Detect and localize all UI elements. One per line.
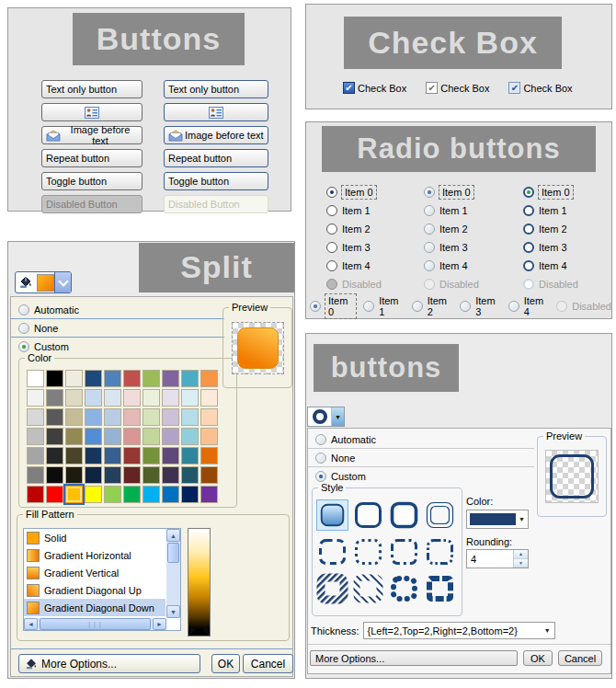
vertical-scrollbar[interactable]: ▲ ▼ [166,529,180,618]
style-swatch-dash-dot[interactable] [388,536,420,568]
style-swatch-double[interactable] [424,499,456,531]
more-options-button[interactable]: More Options... [310,650,518,666]
palette-swatch[interactable] [46,466,63,484]
scroll-left-icon[interactable]: ◄ [24,618,38,630]
palette-swatch[interactable] [181,486,199,503]
palette-swatch[interactable] [123,466,141,484]
palette-swatch[interactable] [200,466,218,484]
radio-item[interactable]: Item 1 [424,201,479,220]
demo-button[interactable] [41,103,143,121]
palette-swatch[interactable] [200,447,218,464]
palette-swatch[interactable] [27,370,44,387]
radio-circle[interactable] [310,301,321,312]
cancel-button[interactable]: Cancel [243,654,293,673]
fill-pattern-item[interactable]: Gradient Horizontal [24,546,165,564]
palette-swatch[interactable] [85,447,102,464]
palette-swatch[interactable] [27,447,44,464]
palette-swatch[interactable] [200,389,218,407]
radio-circle[interactable] [326,224,337,235]
radio-circle[interactable] [326,242,337,253]
cancel-button[interactable]: Cancel [558,650,602,666]
palette-swatch[interactable] [85,408,102,426]
palette-swatch[interactable] [27,466,44,484]
radio-circle[interactable] [523,279,534,290]
radio-circle[interactable] [326,279,337,290]
demo-button[interactable]: Image before text [41,126,143,144]
radio-circle[interactable] [315,471,326,482]
checkbox-box[interactable] [426,82,438,94]
demo-button[interactable]: Image before text [164,126,268,144]
palette-swatch[interactable] [181,428,199,445]
color-dropdown[interactable]: ▼ [466,510,529,529]
palette-swatch[interactable] [46,370,63,387]
style-swatch-hatch-thin[interactable] [352,573,384,604]
palette-swatch[interactable] [65,370,83,387]
style-swatch-solid-bold[interactable] [388,499,420,531]
horizontal-scrollbar[interactable]: ◄ | | | ► [24,618,166,630]
checkbox-item[interactable]: Check Box [343,82,406,94]
palette-swatch[interactable] [123,389,141,407]
palette-swatch[interactable] [123,486,141,503]
radio-circle[interactable] [363,301,374,312]
radio-item[interactable]: Item 2 [412,297,453,315]
radio-item[interactable]: Item 2 [326,220,382,238]
current-color-swatch[interactable] [37,272,55,292]
palette-swatch[interactable] [65,408,83,426]
scroll-down-icon[interactable]: ▼ [166,605,180,618]
radio-item[interactable]: Item 0 [310,297,356,315]
palette-swatch[interactable] [85,466,102,484]
vscroll-thumb[interactable] [167,543,179,563]
radio-item[interactable]: Item 4 [508,297,550,315]
fill-pattern-list[interactable]: Solid Gradient Horizontal Gradient Verti… [23,528,181,631]
radio-item[interactable]: Item 4 [326,257,382,275]
palette-swatch[interactable] [200,486,218,503]
palette-swatch[interactable] [104,389,121,407]
palette-swatch[interactable] [143,428,160,445]
palette-swatch[interactable] [181,408,199,426]
radio-circle[interactable] [556,301,567,312]
style-swatch-dash-dot-dot[interactable] [424,536,456,568]
palette-swatch[interactable] [65,428,83,445]
palette-swatch[interactable] [123,428,141,445]
option-radio[interactable]: None [308,449,534,467]
radio-item[interactable]: Item 1 [326,201,382,220]
radio-circle[interactable] [412,301,423,312]
fill-pattern-item[interactable]: Gradient Vertical [24,564,165,581]
palette-swatch[interactable] [27,408,44,426]
radio-item[interactable]: Item 3 [424,238,479,257]
radio-circle[interactable] [508,301,519,312]
radio-item[interactable]: Disabled [424,275,479,293]
more-options-button[interactable]: More Options... [18,654,200,673]
radio-item[interactable]: Item 0 [326,183,382,201]
palette-swatch[interactable] [104,447,121,464]
palette-swatch[interactable] [181,389,199,407]
palette-swatch[interactable] [85,428,102,445]
option-radio[interactable]: None [11,319,224,338]
demo-button[interactable] [164,103,268,121]
palette-swatch[interactable] [200,370,218,387]
palette-swatch[interactable] [104,466,121,484]
option-radio[interactable]: Automatic [11,301,224,319]
palette-swatch[interactable] [200,428,218,445]
paint-bucket-icon[interactable] [16,272,37,292]
palette-swatch[interactable] [85,389,102,407]
palette-swatch[interactable] [143,447,160,464]
radio-item[interactable]: Item 4 [523,257,578,275]
demo-button[interactable]: Disabled Button [164,195,268,213]
spinner-up-icon[interactable]: ▲ [514,550,528,559]
radio-circle[interactable] [18,304,29,315]
radio-circle[interactable] [315,434,326,445]
palette-swatch[interactable] [104,486,121,503]
radio-item[interactable]: Disabled [556,297,611,315]
style-swatch-solid-gradient[interactable] [316,499,348,531]
radio-circle[interactable] [424,279,435,290]
radio-circle[interactable] [523,205,534,216]
radio-circle[interactable] [424,187,435,198]
scroll-up-icon[interactable]: ▲ [166,529,180,542]
palette-swatch[interactable] [143,486,160,503]
ring-icon[interactable] [308,407,332,426]
palette-swatch[interactable] [46,428,63,445]
demo-button[interactable]: Text only button [41,80,143,98]
style-swatch-beads[interactable] [388,573,420,604]
gradient-preview-bar[interactable] [188,528,211,636]
